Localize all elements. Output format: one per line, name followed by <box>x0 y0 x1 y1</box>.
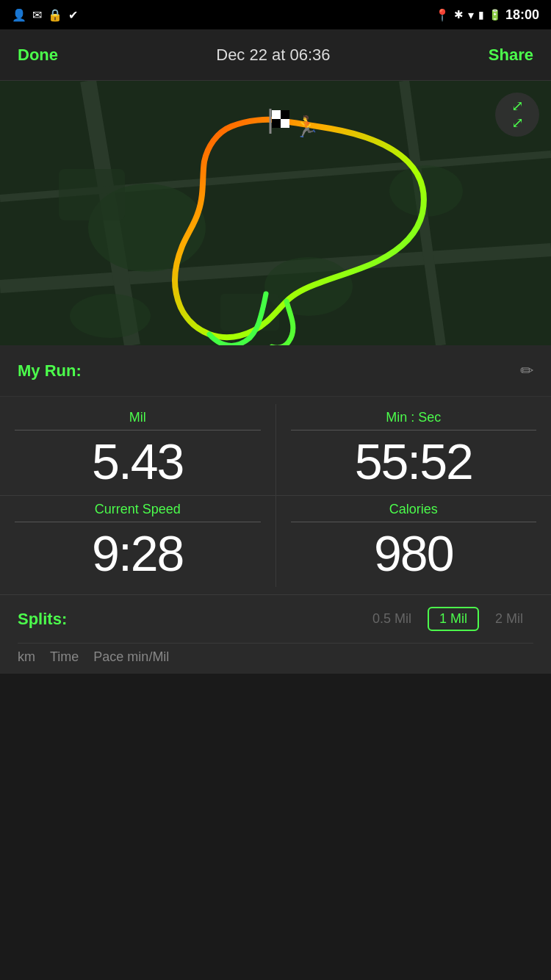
battery-icon: 🔋 <box>489 9 501 21</box>
calories-label: Calories <box>389 502 438 517</box>
speed-divider <box>15 522 261 522</box>
splits-buttons: 0.5 Mil 1 Mil 2 Mil <box>362 607 533 631</box>
svg-rect-12 <box>281 110 289 119</box>
status-time: 18:00 <box>505 7 539 23</box>
status-icons-left: 👤 ✉ 🔒 ✔ <box>12 8 78 22</box>
stats-row-top: Mil 5.43 Min : Sec 55:52 <box>0 404 551 496</box>
splits-label: Splits: <box>18 610 67 629</box>
my-run-label: My Run: <box>18 361 82 381</box>
location-icon: 📍 <box>435 8 450 22</box>
wifi-icon: ▾ <box>468 8 474 22</box>
person-icon: 👤 <box>12 8 26 22</box>
stats-row-bottom: Current Speed 9:28 Calories 980 <box>0 496 551 587</box>
svg-point-10 <box>70 294 151 338</box>
expand-arrows-bottom: ⤢ <box>511 116 524 131</box>
header-title: Dec 22 at 06:36 <box>216 46 330 65</box>
header: Done Dec 22 at 06:36 Share <box>0 29 551 81</box>
speed-value: 9:28 <box>92 528 183 578</box>
distance-label: Mil <box>129 410 146 425</box>
stat-time: Min : Sec 55:52 <box>276 404 552 495</box>
calories-value: 980 <box>374 528 453 578</box>
svg-rect-9 <box>220 294 279 331</box>
lock-icon: 🔒 <box>48 8 62 22</box>
time-divider <box>291 430 537 430</box>
status-icons-right: 📍 ✱ ▾ ▮ 🔋 18:00 <box>435 7 539 23</box>
split-btn-half-mil[interactable]: 0.5 Mil <box>362 607 422 631</box>
done-button[interactable]: Done <box>18 46 58 65</box>
expand-button[interactable]: ⤢ ⤢ <box>495 93 539 137</box>
split-btn-two-mil[interactable]: 2 Mil <box>485 607 533 631</box>
stat-calories: Calories 980 <box>276 496 552 587</box>
time-value: 55:52 <box>355 436 472 486</box>
speed-label: Current Speed <box>95 502 181 517</box>
stat-speed: Current Speed 9:28 <box>0 496 276 587</box>
signal-icon: ▮ <box>478 9 484 21</box>
map-container: 🏃 ⤢ ⤢ <box>0 81 551 345</box>
share-button[interactable]: Share <box>489 46 533 65</box>
time-label: Min : Sec <box>386 410 441 425</box>
bluetooth-icon: ✱ <box>454 8 464 21</box>
splits-col-time: Time <box>50 649 79 665</box>
status-bar: 👤 ✉ 🔒 ✔ 📍 ✱ ▾ ▮ 🔋 18:00 <box>0 0 551 29</box>
splits-section: Splits: 0.5 Mil 1 Mil 2 Mil km Time Pace… <box>0 594 551 674</box>
email-icon: ✉ <box>32 8 42 22</box>
splits-col-km: km <box>18 649 35 665</box>
distance-value: 5.43 <box>92 436 183 486</box>
stat-distance: Mil 5.43 <box>0 404 276 495</box>
splits-table-header: km Time Pace min/Mil <box>18 643 533 665</box>
svg-rect-8 <box>59 169 125 220</box>
svg-rect-13 <box>272 119 281 128</box>
edit-icon[interactable]: ✏ <box>520 361 533 381</box>
split-btn-one-mil[interactable]: 1 Mil <box>428 607 479 631</box>
splits-col-pace: Pace min/Mil <box>93 649 169 665</box>
svg-rect-14 <box>281 119 289 128</box>
svg-rect-11 <box>272 110 281 119</box>
distance-divider <box>15 430 261 430</box>
splits-header: Splits: 0.5 Mil 1 Mil 2 Mil <box>18 607 533 631</box>
svg-text:🏃: 🏃 <box>294 115 320 139</box>
stats-section: Mil 5.43 Min : Sec 55:52 Current Speed 9… <box>0 397 551 594</box>
expand-arrows-top: ⤢ <box>511 98 524 113</box>
calories-divider <box>291 522 537 522</box>
my-run-section: My Run: ✏ <box>0 345 551 397</box>
check-icon: ✔ <box>68 8 78 22</box>
